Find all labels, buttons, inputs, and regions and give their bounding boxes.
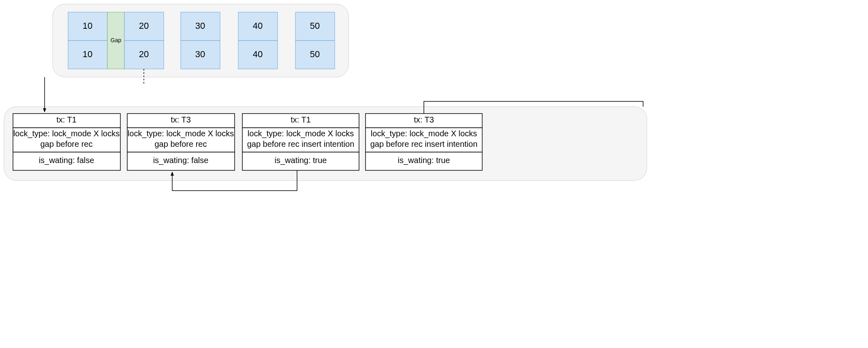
lock-box-4: tx: T3 lock_type: lock_mode X locks gap … xyxy=(366,114,482,170)
cell-value: 20 xyxy=(139,21,149,31)
lock-is-waiting: is_wating: false xyxy=(153,156,209,165)
lock-is-waiting: is_wating: false xyxy=(39,156,94,165)
cell-value: 10 xyxy=(83,49,92,59)
lock-box-1: tx: T1 lock_type: lock_mode X locks gap … xyxy=(13,114,120,170)
cell-value: 50 xyxy=(310,21,320,31)
cell-value: 30 xyxy=(195,49,205,59)
lock-tx: tx: T3 xyxy=(171,115,191,124)
index-col-10: 10 10 xyxy=(68,12,107,69)
cell-value: 10 xyxy=(83,21,92,31)
index-col-40: 40 40 xyxy=(238,12,278,69)
gap-cell: Gap xyxy=(107,12,124,69)
lock-tx: tx: T3 xyxy=(414,115,434,124)
cell-value: 30 xyxy=(195,21,205,31)
lock-type-line1: lock_type: lock_mode X locks xyxy=(371,129,477,138)
cell-value: 40 xyxy=(253,49,263,59)
index-col-20: 20 20 xyxy=(124,12,164,69)
lock-type-line1: lock_type: lock_mode X locks xyxy=(13,129,120,138)
lock-type-line1: lock_type: lock_mode X locks xyxy=(248,129,354,138)
cell-value: 50 xyxy=(310,49,320,59)
lock-type-line2: gap before rec insert intention xyxy=(370,140,478,148)
lock-type-line2: gap before rec insert intention xyxy=(247,140,355,148)
lock-type-line2: gap before rec xyxy=(41,140,93,148)
gap-label: Gap xyxy=(111,37,122,43)
lock-is-waiting: is_wating: true xyxy=(275,156,327,165)
cell-value: 20 xyxy=(139,49,149,59)
lock-tx: tx: T1 xyxy=(291,115,311,124)
lock-type-line1: lock_type: lock_mode X locks xyxy=(128,129,234,138)
lock-type-line2: gap before rec xyxy=(155,140,207,148)
cell-value: 40 xyxy=(253,21,263,31)
lock-is-waiting: is_wating: true xyxy=(398,156,450,165)
index-col-30: 30 30 xyxy=(181,12,220,69)
lock-box-2: tx: T3 lock_type: lock_mode X locks gap … xyxy=(127,114,235,170)
index-col-50: 50 50 xyxy=(295,12,335,69)
lock-box-3: tx: T1 lock_type: lock_mode X locks gap … xyxy=(242,114,359,170)
lock-tx: tx: T1 xyxy=(56,115,77,124)
